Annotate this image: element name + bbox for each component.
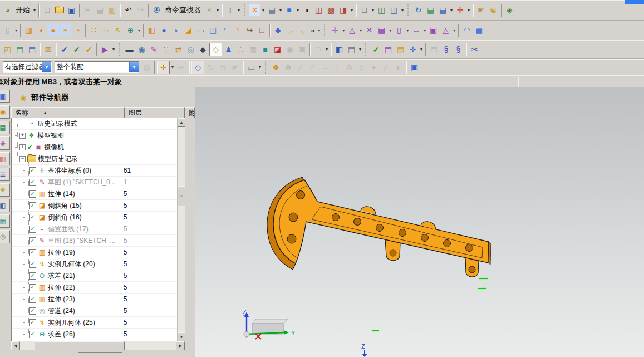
tree-row[interactable]: ✓▥拉伸 (19)5 xyxy=(12,247,178,258)
feature-checkbox[interactable]: ✓ xyxy=(29,296,36,303)
resource-tab-6[interactable]: ☰ xyxy=(0,168,10,181)
collapse-icon[interactable]: − xyxy=(19,156,26,162)
graphics-viewport[interactable]: Z Y Z xyxy=(195,87,644,357)
section-pin-icon[interactable]: ◫ xyxy=(313,4,325,16)
spring-coil-icon[interactable]: § xyxy=(440,43,452,56)
spotlight-icon[interactable]: ◆ xyxy=(197,43,209,56)
toolbar-handle[interactable] xyxy=(365,43,367,56)
move-object-icon[interactable]: ↖ xyxy=(112,24,124,36)
selection-scope-combo-dropdown[interactable]: ▼ xyxy=(129,62,139,72)
layer-category-icon[interactable]: ▤ xyxy=(26,43,38,56)
scene-gray-icon[interactable]: ▣ xyxy=(296,43,308,56)
favorites-icon[interactable]: ✶ xyxy=(203,4,215,16)
move-face-icon[interactable]: ✛ xyxy=(329,24,341,36)
edge-blend-icon[interactable]: ◞ xyxy=(284,24,296,36)
rotate-point-icon[interactable]: ↻ xyxy=(205,61,217,74)
gray-render-icon[interactable]: ▦ xyxy=(247,43,259,56)
export-image-icon-dropdown[interactable]: ▾ xyxy=(358,47,362,52)
render-balls-icon[interactable]: ∵ xyxy=(160,43,172,56)
resource-tab-4[interactable]: ◈ xyxy=(0,136,10,150)
tree-row[interactable]: ✓⊖求差 (21)5 xyxy=(12,270,178,282)
cut-icon[interactable]: ✂ xyxy=(82,4,94,16)
spring-stretch-icon[interactable]: § xyxy=(453,43,464,56)
render-style-icon[interactable]: ◑ xyxy=(301,4,312,16)
copy-face-icon[interactable]: ▤ xyxy=(376,24,387,36)
feature-checkbox[interactable]: ✓ xyxy=(29,249,36,256)
layer-settings-icon-dropdown[interactable]: ▾ xyxy=(449,8,454,13)
reset-filter-icon[interactable]: ↩ xyxy=(175,61,187,74)
copy-icon[interactable]: ▤ xyxy=(94,4,106,16)
3d-model-part[interactable] xyxy=(267,177,491,277)
tree-row[interactable]: ✓⌣偏置曲线 (17)5 xyxy=(12,223,178,235)
start-button[interactable]: 开始 xyxy=(14,5,32,15)
feature-checkbox[interactable]: ✓ xyxy=(29,214,36,221)
light-cube-icon[interactable]: ◇ xyxy=(209,43,222,56)
display-mode-icon-dropdown[interactable]: ▾ xyxy=(278,8,283,13)
section-curve-icon[interactable]: ◨ xyxy=(337,4,349,16)
spring-cut-icon[interactable]: ✂ xyxy=(469,43,480,56)
horizontal-scroll-thumb[interactable] xyxy=(35,341,125,350)
blend-icon[interactable]: ◗ xyxy=(170,24,182,36)
shaded-analysis-icon[interactable]: ■ xyxy=(259,43,271,56)
tree-row[interactable]: ✓↯实例几何体 (25)5 xyxy=(12,317,178,329)
background-icon-dropdown[interactable]: ▾ xyxy=(371,8,375,13)
symmetry-face-icon[interactable]: △ xyxy=(440,24,451,36)
endpoint-snap-icon[interactable]: ∕ xyxy=(294,61,306,74)
assembly-tree-icon[interactable]: ▤ xyxy=(382,43,394,56)
wcs-dynamics-icon[interactable]: ▣ xyxy=(409,61,420,74)
selection-rect-icon-dropdown[interactable]: ▾ xyxy=(258,65,262,70)
revolve-icon[interactable]: ◖ xyxy=(35,24,47,36)
section-box-icon[interactable]: ▩ xyxy=(325,4,337,16)
tree-row[interactable]: ✓⊖求差 (26)5 xyxy=(12,329,178,340)
tree-row[interactable]: −模型历史记录 xyxy=(12,153,178,165)
snap-point-icon[interactable]: ✛ xyxy=(157,61,170,74)
nx-logo-icon[interactable]: ◕ xyxy=(2,4,13,16)
command-finder-icon[interactable]: ✇ xyxy=(151,4,163,16)
pattern-face-icon[interactable]: ▯ xyxy=(393,24,405,36)
feature-check-icon[interactable]: ✔ xyxy=(83,43,95,56)
center-snap-icon[interactable]: ⊙ xyxy=(343,61,355,74)
toolbar-handle[interactable] xyxy=(265,61,267,74)
shaded-view-icon[interactable]: ■ xyxy=(283,4,295,16)
point-on-curve-icon[interactable]: ∕ xyxy=(380,61,392,74)
open-file-icon[interactable] xyxy=(53,4,65,16)
point-on-face-icon[interactable]: ◗ xyxy=(392,61,404,74)
feature-checkbox[interactable]: ✓ xyxy=(29,284,36,291)
feature-checkbox[interactable]: ✓ xyxy=(29,307,36,315)
animation-icon[interactable]: ▬ xyxy=(124,43,135,56)
toolbar-overflow-button[interactable]: » xyxy=(309,26,316,35)
snap-point-icon-dropdown[interactable]: ▾ xyxy=(170,65,175,70)
column-header-layer[interactable]: 图层 xyxy=(125,107,185,118)
snapshot-icon[interactable]: ◉ xyxy=(136,43,148,56)
offset-region-icon[interactable]: △ xyxy=(346,24,358,36)
offset-surface-icon[interactable]: ◝ xyxy=(232,24,243,36)
project-curve-icon[interactable]: ↪ xyxy=(244,24,255,36)
snap-enabled-icon[interactable]: ❖ xyxy=(270,61,282,74)
expand-icon[interactable]: + xyxy=(19,144,26,150)
resource-tab-7[interactable]: ❖ xyxy=(0,183,10,197)
fit-view-icon-dropdown[interactable]: ▾ xyxy=(261,8,266,13)
toolbar-handle[interactable] xyxy=(119,43,121,56)
horizontal-scrollbar[interactable]: ◀ ▶ xyxy=(11,341,185,350)
resize-face-icon[interactable]: ↔ xyxy=(410,24,422,36)
shell-icon[interactable]: ▭ xyxy=(195,24,207,36)
spell-check-icon[interactable]: ▶ xyxy=(99,43,111,56)
tree-row[interactable]: ✓▥拉伸 (23)5 xyxy=(12,294,178,305)
selection-rect-icon[interactable]: ▭ xyxy=(245,61,257,74)
annotation-tag-icon[interactable]: ✉ xyxy=(42,43,54,56)
pattern-face-icon-dropdown[interactable]: ▾ xyxy=(405,28,410,33)
panel-splitter-grip[interactable] xyxy=(78,352,122,355)
wedge-icon[interactable]: ◆ xyxy=(272,24,284,36)
unite-icon-dropdown[interactable]: ▾ xyxy=(137,28,141,33)
selection-filter-combo-dropdown[interactable]: ▼ xyxy=(42,62,51,72)
group-face-icon[interactable]: ▣ xyxy=(427,24,439,36)
measure-check-icon[interactable]: ✔ xyxy=(71,43,82,56)
scroll-up-button[interactable]: ▲ xyxy=(178,118,185,127)
rotate-center-icon[interactable]: ⊕ xyxy=(282,61,294,74)
boss-icon[interactable]: ◓ xyxy=(60,24,71,36)
clip-section-icon[interactable]: ◫ xyxy=(376,4,387,16)
tree-row[interactable]: ✓▥拉伸 (22)5 xyxy=(12,282,178,294)
symmetry-face-icon-dropdown[interactable]: ▾ xyxy=(452,28,456,33)
command-finder-button[interactable]: 命令查找器 xyxy=(163,5,203,15)
hole-icon[interactable]: ● xyxy=(47,24,59,36)
